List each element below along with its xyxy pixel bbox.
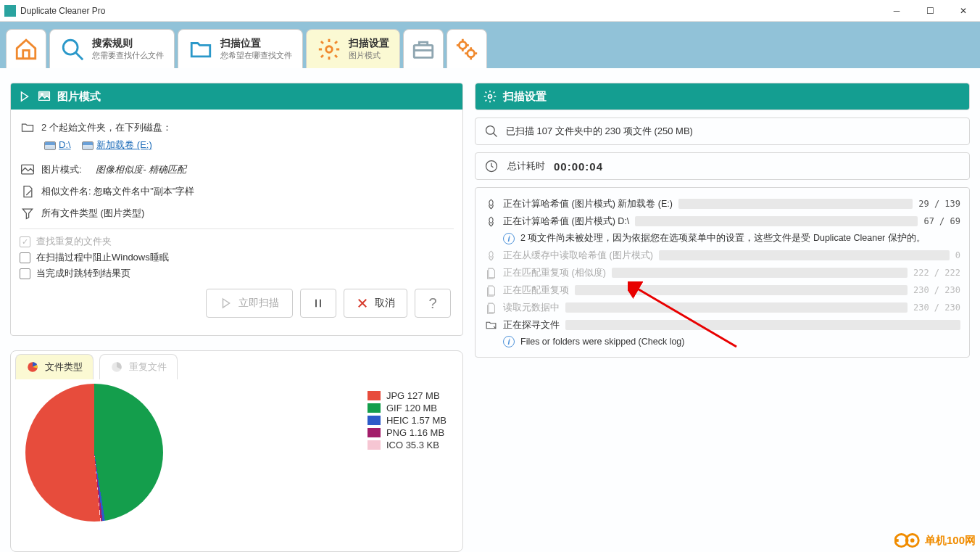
progress-row: 读取元数据中230 / 230 [484,299,960,316]
check-find-dup-folders: 查找重复的文件夹 [20,234,454,250]
right-column: 扫描设置 已扫描 107 文件夹中的 230 项文件 (250 MB) 总计耗时… [475,83,970,552]
progress-row: 正在计算哈希值 (图片模式) 新加载卷 (E:)29 / 139 [484,195,960,213]
progress-label: 正在从缓存中读取哈希值 (图片模式) [503,250,653,262]
drive-d-link[interactable]: D:\ [59,139,71,150]
tab-home[interactable] [6,29,46,68]
tab-label: 扫描位置 [220,37,292,50]
folder-open-icon [20,120,36,136]
progress-icon [484,301,497,314]
progress-count: 29 / 139 [918,199,960,209]
drive-icon [44,141,56,150]
progress-count: 0 [955,250,960,260]
button-label: 取消 [375,297,395,310]
legend-item: JPG 127 MB [368,390,447,402]
chart-tab-duplicates[interactable]: 重复文件 [99,354,178,379]
app-icon [4,5,16,17]
chart-tab-label: 文件类型 [45,361,83,374]
briefcase-icon [411,37,436,62]
x-icon [356,297,369,310]
checkbox-icon [20,252,30,263]
file-types-text: 所有文件类型 (图片类型) [41,207,144,220]
progress-bar [659,250,950,260]
folder-icon [188,37,213,62]
watermark-icon [894,530,922,551]
progress-bar [565,320,960,330]
maximize-button[interactable]: ☐ [913,0,947,22]
tab-scan-location[interactable]: 扫描位置 您希望在哪查找文件 [178,29,303,68]
progress-row: 正在匹配重复项230 / 230 [484,281,960,299]
progress-icon [484,284,497,297]
tab-search-rules[interactable]: 搜索规则 您需要查找什么文件 [49,29,175,68]
button-label: 立即扫描 [238,297,279,310]
checkbox-icon [20,236,30,247]
progress-count: 230 / 230 [913,285,960,295]
watermark-text: 单机100网 [925,534,976,548]
progress-bar [565,302,908,313]
drive-e-link[interactable]: 新加载卷 (E:) [96,139,152,150]
svg-rect-17 [894,539,899,542]
legend-item: GIF 120 MB [368,402,447,414]
home-icon [14,37,38,62]
settings-icon [454,37,479,62]
progress-bar [635,216,918,226]
legend-swatch [368,440,381,450]
legend-swatch [368,428,381,437]
info-icon: i [503,336,515,347]
image-mode-value: 图像相似度- 精确匹配 [96,163,186,176]
document-edit-icon [20,184,36,199]
folders-summary-text: 2 个起始文件夹，在下列磁盘： [41,121,172,134]
legend-item: HEIC 1.57 MB [368,414,447,427]
legend-item: PNG 1.16 MB [368,427,447,439]
svg-rect-2 [414,45,433,57]
tab-scan-settings[interactable]: 扫描设置 图片模式 [306,29,400,68]
watermark: 单机100网 [894,530,976,551]
minimize-button[interactable]: ─ [880,0,913,22]
progress-icon [484,318,497,331]
cancel-button[interactable]: 取消 [344,289,407,318]
legend-label: JPG 127 MB [386,390,440,401]
drive-icon [82,141,94,150]
chart-tab-file-types[interactable]: 文件类型 [15,354,94,379]
progress-count: 67 / 69 [923,216,960,226]
tab-sublabel: 您希望在哪查找文件 [220,50,292,61]
progress-label: 正在探寻文件 [503,319,560,331]
progress-row: 正在探寻文件 [484,316,960,334]
tab-options[interactable] [447,29,487,68]
info-icon: i [503,233,515,244]
panel-header: 图片模式 [11,83,462,110]
legend-label: HEIC 1.57 MB [386,415,447,426]
window-title: Duplicate Cleaner Pro [20,6,880,16]
tab-toolbox[interactable] [403,29,444,68]
similar-name-row: 相似文件名: 忽略文件名中"副本"字样 [20,181,454,202]
pie-chart [25,384,163,522]
check-prevent-sleep[interactable]: 在扫描过程中阻止Windows睡眠 [20,250,454,265]
legend-label: GIF 120 MB [386,403,437,413]
progress-label: 正在计算哈希值 (图片模式) 新加载卷 (E:) [503,198,673,210]
pause-button[interactable] [300,289,336,318]
similar-name-text: 相似文件名: 忽略文件名中"副本"字样 [41,185,194,198]
progress-label: 读取元数据中 [503,302,560,314]
tab-sublabel: 您需要查找什么文件 [92,50,164,61]
legend-swatch [368,403,381,413]
legend-item: ICO 35.3 KB [368,439,447,451]
check-jump-results[interactable]: 当完成时跳转到结果页 [20,265,454,281]
pie-icon [26,361,39,374]
progress-label: 正在计算哈希值 (图片模式) D:\ [503,215,629,228]
play-icon [220,297,233,310]
timer-value: 00:00:04 [554,160,603,173]
svg-point-4 [468,49,475,57]
chart-tab-label: 重复文件 [129,361,167,374]
svg-point-16 [910,538,915,543]
filter-icon [20,205,36,221]
progress-label: 正在匹配重复项 (相似度) [503,267,606,279]
elapsed-time: 总计耗时 00:00:04 [475,152,970,180]
gear-icon [317,37,341,62]
pause-icon [312,297,325,310]
scan-now-button[interactable]: 立即扫描 [206,289,293,318]
skip-note: iFiles or folders were skipped (Check lo… [484,334,960,350]
progress-row: 正在匹配重复项 (相似度)222 / 222 [484,264,960,281]
legend-swatch [368,391,381,400]
close-button[interactable]: ✕ [947,0,980,22]
scan-settings-panel: 扫描设置 [475,83,970,110]
help-button[interactable]: ? [415,289,451,318]
